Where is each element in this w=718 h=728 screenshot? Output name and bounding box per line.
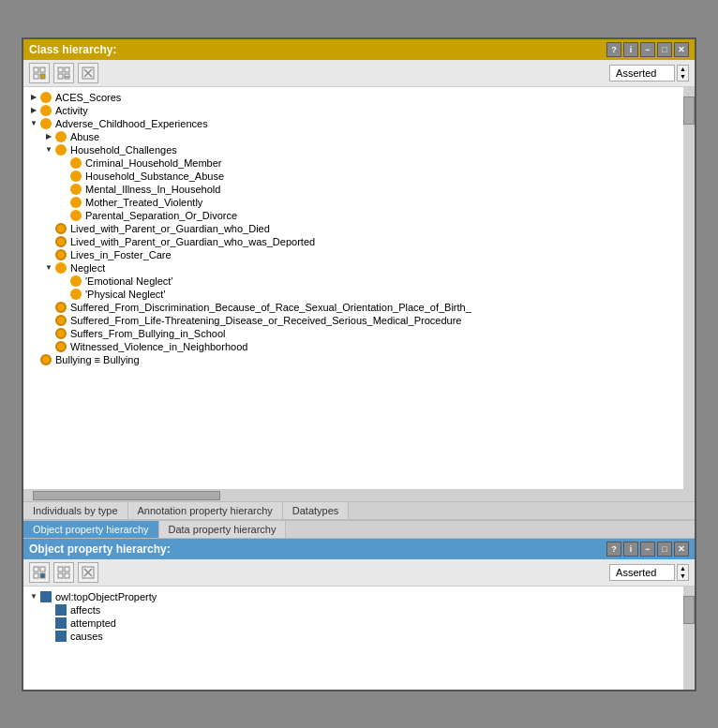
expand-adverse[interactable]: ▼ xyxy=(29,119,38,128)
tree-item-mental[interactable]: ▶ Mental_Illness_In_Household xyxy=(59,183,678,196)
obj-filter-icon xyxy=(82,566,95,579)
class-hierarchy-tree[interactable]: ▶ ACES_Scores ▶ Activity ▼ Adverse_Child… xyxy=(23,87,683,490)
obj-remove-button[interactable] xyxy=(53,562,74,583)
maximize-icon[interactable]: □ xyxy=(657,42,672,57)
asserted-value[interactable]: Asserted xyxy=(609,65,675,82)
obj-info-icon[interactable]: i xyxy=(623,542,638,557)
asserted-arrows[interactable]: ▲ ▼ xyxy=(677,65,689,82)
class-icon-discrimination xyxy=(55,302,67,313)
class-icon-lived-died xyxy=(55,223,67,234)
label-causes: causes xyxy=(70,631,103,642)
bottom-tabs-row2: Object property hierarchy Data property … xyxy=(23,520,695,539)
tree-item-life-threatening[interactable]: ▶ Suffered_From_Life-Threatening_Disease… xyxy=(44,314,678,327)
header-icons: ? i − □ ✕ xyxy=(606,42,689,57)
label-affects: affects xyxy=(70,604,100,616)
tree-item-bullying-school[interactable]: ▶ Suffers_From_Bullying_in_School xyxy=(44,327,678,340)
obj-arrow-up[interactable]: ▲ xyxy=(678,565,688,572)
tree-item-adverse[interactable]: ▼ Adverse_Childhood_Experiences xyxy=(29,117,678,130)
arrow-up[interactable]: ▲ xyxy=(678,66,688,73)
collapse-all-button[interactable] xyxy=(53,63,74,83)
obj-asserted-arrows[interactable]: ▲ ▼ xyxy=(677,564,689,581)
tree-item-physical[interactable]: ▶ 'Physical Neglect' xyxy=(59,288,678,301)
tree-item-emotional[interactable]: ▶ 'Emotional Neglect' xyxy=(59,275,678,288)
object-hierarchy-scrollbar[interactable] xyxy=(683,587,695,690)
label-activity: Activity xyxy=(55,105,88,116)
tree-item-causes[interactable]: ▶ causes xyxy=(44,630,678,643)
obj-close-icon[interactable]: ✕ xyxy=(674,542,689,557)
class-hierarchy-hscrollbar[interactable] xyxy=(23,490,695,501)
tab-object-property[interactable]: Object property hierarchy xyxy=(23,521,159,538)
obj-filter-button[interactable] xyxy=(78,562,98,583)
label-parental: Parental_Separation_Or_Divorce xyxy=(85,210,237,221)
obj-minimize-icon[interactable]: − xyxy=(640,542,655,557)
tree-item-household[interactable]: ▼ Household_Challenges xyxy=(44,143,678,156)
tab-annotation[interactable]: Annotation property hierarchy xyxy=(128,502,283,519)
label-lived-deported: Lived_with_Parent_or_Guardian_who_was_De… xyxy=(70,236,315,247)
label-abuse: Abuse xyxy=(70,131,99,142)
toolbar-buttons xyxy=(29,63,98,83)
class-hierarchy-title: Class hierarchy: xyxy=(29,43,116,56)
expand-aces[interactable]: ▶ xyxy=(29,93,38,102)
label-lived-died: Lived_with_Parent_or_Guardian_who_Died xyxy=(70,223,270,234)
tab-individuals[interactable]: Individuals by type xyxy=(23,502,128,519)
minimize-icon[interactable]: − xyxy=(640,42,655,57)
object-hierarchy-content: ▼ owl:topObjectProperty ▶ affects ▶ atte… xyxy=(23,587,695,690)
tree-item-substance[interactable]: ▶ Household_Substance_Abuse xyxy=(59,170,678,183)
tab-datatypes[interactable]: Datatypes xyxy=(283,502,350,519)
expand-household[interactable]: ▼ xyxy=(44,145,53,155)
tree-item-discrimination[interactable]: ▶ Suffered_From_Discrimination_Because_o… xyxy=(44,301,678,314)
tree-item-mother[interactable]: ▶ Mother_Treated_Violently xyxy=(59,196,678,209)
arrow-down[interactable]: ▼ xyxy=(678,73,688,81)
class-icon-abuse xyxy=(55,131,67,142)
tree-item-activity[interactable]: ▶ Activity xyxy=(29,104,678,117)
obj-arrow-down[interactable]: ▼ xyxy=(678,572,688,580)
question-icon[interactable]: ? xyxy=(606,42,621,57)
scrollbar-thumb[interactable] xyxy=(683,97,695,125)
expand-top-object[interactable]: ▼ xyxy=(29,592,38,602)
tree-item-aces[interactable]: ▶ ACES_Scores xyxy=(29,91,678,104)
expand-neglect[interactable]: ▼ xyxy=(44,263,53,273)
hscrollbar-thumb[interactable] xyxy=(33,491,220,500)
label-household: Household_Challenges xyxy=(70,144,177,156)
class-icon-emotional xyxy=(70,275,82,287)
info-icon[interactable]: i xyxy=(623,42,638,57)
tree-item-foster[interactable]: ▶ Lives_in_Foster_Care xyxy=(44,248,678,261)
svg-rect-6 xyxy=(58,74,63,79)
obj-question-icon[interactable]: ? xyxy=(606,542,621,557)
tree-item-parental[interactable]: ▶ Parental_Separation_Or_Divorce xyxy=(59,209,678,222)
tree-item-lived-deported[interactable]: ▶ Lived_with_Parent_or_Guardian_who_was_… xyxy=(44,235,678,248)
svg-rect-5 xyxy=(65,67,69,72)
bottom-tabs: Individuals by type Annotation property … xyxy=(23,501,695,520)
tree-item-affects[interactable]: ▶ affects xyxy=(44,603,678,617)
label-mental: Mental_Illness_In_Household xyxy=(85,184,220,195)
class-icon-bullying-school xyxy=(55,328,67,339)
expand-icon xyxy=(33,67,46,80)
class-icon-neglect xyxy=(55,262,67,274)
close-icon[interactable]: ✕ xyxy=(674,42,689,57)
class-hierarchy-scrollbar[interactable] xyxy=(683,87,695,490)
obj-add-button[interactable] xyxy=(29,562,50,583)
svg-rect-1 xyxy=(40,67,45,72)
tab-data-property[interactable]: Data property hierarchy xyxy=(159,521,287,538)
tree-item-abuse[interactable]: ▶ Abuse xyxy=(44,130,678,143)
tree-item-witnessed[interactable]: ▶ Witnessed_Violence_in_Neighborhood xyxy=(44,340,678,353)
obj-asserted-value[interactable]: Asserted xyxy=(609,564,675,581)
tree-item-criminal[interactable]: ▶ Criminal_Household_Member xyxy=(59,156,678,170)
svg-rect-17 xyxy=(65,567,69,572)
tree-item-bullying-eq[interactable]: ▶ Bullying ≡ Bullying xyxy=(29,353,678,366)
tree-item-top-object-property[interactable]: ▼ owl:topObjectProperty xyxy=(29,590,678,603)
obj-scrollbar-thumb[interactable] xyxy=(683,596,695,624)
filter-button[interactable] xyxy=(78,63,98,83)
expand-activity[interactable]: ▶ xyxy=(29,106,38,115)
tree-item-neglect[interactable]: ▼ Neglect xyxy=(44,261,678,275)
class-icon-foster xyxy=(55,249,67,260)
svg-rect-18 xyxy=(58,573,63,578)
tree-item-attempted[interactable]: ▶ attempted xyxy=(44,617,678,630)
obj-maximize-icon[interactable]: □ xyxy=(657,542,672,557)
expand-abuse[interactable]: ▶ xyxy=(44,132,53,141)
object-hierarchy-tree[interactable]: ▼ owl:topObjectProperty ▶ affects ▶ atte… xyxy=(23,587,683,690)
label-aces: ACES_Scores xyxy=(55,92,121,103)
expand-all-button[interactable] xyxy=(29,63,50,83)
label-substance: Household_Substance_Abuse xyxy=(85,171,224,182)
tree-item-lived-died[interactable]: ▶ Lived_with_Parent_or_Guardian_who_Died xyxy=(44,222,678,235)
